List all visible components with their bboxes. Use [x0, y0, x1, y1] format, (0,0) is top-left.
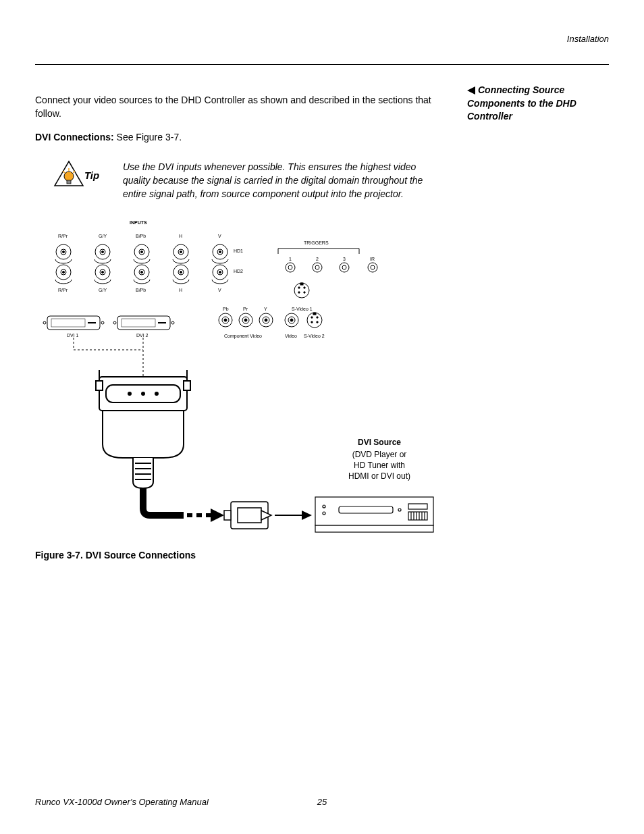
- label-v-bot: V: [218, 288, 221, 292]
- label-ir: IR: [370, 257, 375, 261]
- label-bpb-bot: B/Pb: [136, 288, 146, 292]
- svg-point-46: [371, 265, 375, 269]
- dvi-heading: DVI Connections:: [35, 132, 114, 142]
- svg-point-86: [128, 392, 131, 395]
- svg-rect-90: [184, 381, 190, 390]
- label-y: Y: [264, 307, 267, 311]
- svg-point-17: [102, 271, 104, 273]
- label-trig3: 3: [343, 257, 346, 261]
- svg-point-60: [171, 321, 174, 324]
- svg-point-54: [43, 321, 46, 324]
- label-dvi2: DVI 2: [136, 333, 149, 338]
- svg-point-50: [298, 292, 300, 293]
- svg-point-79: [317, 321, 318, 323]
- source-title: DVI Source: [339, 438, 420, 447]
- label-trig2: 2: [316, 257, 319, 261]
- tip-text: Use the DVI inputs whenever possible. Th…: [123, 160, 440, 201]
- label-rpr-bot: R/Pr: [58, 288, 68, 292]
- footer-manual: Runco VX-1000d Owner's Operating Manual: [35, 797, 209, 807]
- svg-point-26: [180, 251, 182, 253]
- svg-rect-56: [51, 319, 85, 327]
- svg-point-74: [290, 319, 293, 321]
- svg-point-88: [155, 392, 158, 395]
- label-pr: Pr: [243, 307, 248, 311]
- label-dvi1: DVI 1: [67, 333, 79, 338]
- svg-point-39: [286, 263, 295, 272]
- svg-point-71: [265, 319, 267, 321]
- label-h-top: H: [179, 234, 182, 238]
- label-v-top: V: [218, 234, 221, 238]
- label-bpb-top: B/Pb: [136, 234, 146, 238]
- header-rule: [35, 64, 609, 65]
- svg-point-20: [141, 251, 143, 253]
- dvi-heading-line: DVI Connections: See Figure 3-7.: [35, 130, 440, 144]
- svg-rect-102: [224, 511, 231, 520]
- svg-point-42: [315, 265, 319, 269]
- svg-rect-61: [122, 319, 155, 327]
- label-rpr-top: R/Pr: [58, 234, 68, 238]
- svg-rect-80: [313, 313, 316, 315]
- label-gy-bot: G/Y: [99, 288, 107, 292]
- svg-rect-89: [96, 381, 103, 390]
- svg-point-48: [298, 287, 300, 288]
- svg-point-51: [304, 292, 305, 293]
- source-line1: (DVD Player or: [339, 450, 420, 459]
- label-trig1: 1: [289, 257, 292, 261]
- label-hd2: HD2: [234, 269, 243, 273]
- label-component: Component Video: [224, 334, 262, 338]
- header-section: Installation: [35, 34, 609, 44]
- svg-point-65: [224, 319, 227, 321]
- page-footer: Runco VX-1000d Owner's Operating Manual …: [35, 797, 609, 807]
- arrow-left-icon: [467, 86, 475, 95]
- svg-point-11: [63, 271, 65, 273]
- tip-block: Tip Use the DVI inputs whenever possible…: [35, 160, 440, 201]
- svg-point-40: [288, 265, 292, 269]
- svg-point-43: [340, 263, 349, 272]
- svg-point-59: [113, 321, 116, 324]
- figure-caption: Figure 3-7. DVI Source Connections: [35, 550, 440, 561]
- label-svideo1: S-Video 1: [292, 307, 313, 311]
- svg-point-78: [311, 321, 313, 323]
- tip-label: Tip: [58, 170, 126, 181]
- source-line3: HDMI or DVI out): [339, 471, 420, 481]
- svg-point-44: [342, 265, 346, 269]
- footer-page: 25: [317, 797, 327, 807]
- svg-point-8: [63, 251, 65, 253]
- dvi-ref: See Figure 3-7.: [114, 132, 182, 142]
- label-svideo2: S-Video 2: [304, 334, 325, 338]
- svg-point-87: [142, 392, 144, 395]
- sidebar-heading: Connecting Source Components to the DHD …: [467, 84, 609, 124]
- svg-rect-105: [315, 497, 433, 525]
- figure-3-7-diagram: INPUTS R/Pr G/Y B/Pb H V R/Pr G/Y B/Pb H…: [35, 215, 437, 539]
- tip-icon: Tip: [35, 160, 103, 199]
- svg-point-32: [219, 251, 221, 253]
- svg-point-35: [219, 271, 221, 273]
- svg-point-68: [244, 319, 247, 321]
- label-gy-top: G/Y: [99, 234, 107, 238]
- svg-point-45: [368, 263, 377, 272]
- label-h-bot: H: [179, 288, 182, 292]
- svg-point-14: [102, 251, 104, 253]
- intro-text: Connect your video sources to the DHD Co…: [35, 93, 440, 121]
- svg-point-49: [304, 287, 305, 288]
- svg-point-29: [180, 271, 182, 273]
- svg-point-41: [313, 263, 322, 272]
- svg-rect-106: [315, 525, 433, 532]
- svg-rect-100: [238, 508, 261, 523]
- label-hd1: HD1: [234, 249, 243, 253]
- svg-point-77: [317, 317, 318, 318]
- label-triggers: TRIGGERS: [304, 240, 329, 245]
- svg-point-76: [311, 317, 313, 318]
- label-pb: Pb: [223, 307, 229, 311]
- inputs-label: INPUTS: [130, 220, 147, 225]
- svg-marker-98: [211, 509, 224, 522]
- svg-rect-52: [300, 283, 303, 285]
- svg-point-55: [101, 321, 104, 324]
- source-line2: HD Tuner with: [339, 461, 420, 470]
- svg-point-23: [141, 271, 143, 273]
- svg-marker-104: [302, 511, 312, 520]
- label-video: Video: [285, 334, 297, 338]
